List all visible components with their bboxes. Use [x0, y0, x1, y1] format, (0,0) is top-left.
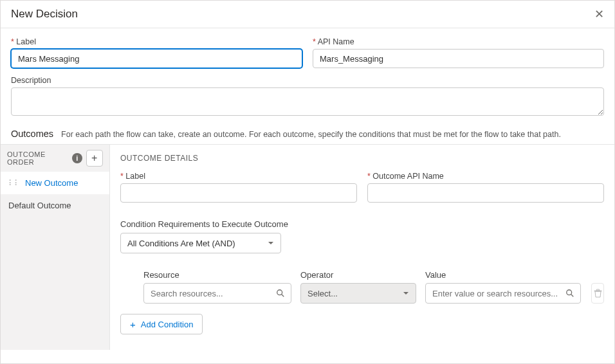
- operator-placeholder: Select...: [308, 289, 338, 298]
- outcome-order-text-1: OUTCOME: [7, 150, 46, 158]
- svg-point-2: [567, 290, 572, 295]
- outcome-details-title: OUTCOME DETAILS: [120, 154, 604, 163]
- trash-icon: [594, 289, 602, 298]
- svg-line-1: [282, 295, 284, 297]
- add-condition-label: Add Condition: [141, 320, 194, 329]
- resource-label: Resource: [143, 270, 291, 280]
- chevron-down-icon: [268, 240, 274, 246]
- add-outcome-button[interactable]: +: [86, 150, 103, 167]
- description-textarea[interactable]: [11, 87, 604, 116]
- outcome-order-text-2: ORDER: [7, 158, 34, 166]
- condition-requirements-select[interactable]: All Conditions Are Met (AND): [120, 233, 281, 253]
- api-name-input[interactable]: [313, 49, 604, 68]
- search-icon: [565, 289, 574, 298]
- chevron-down-icon: [403, 290, 409, 296]
- api-name-label: API Name: [313, 37, 604, 46]
- svg-point-0: [277, 290, 282, 295]
- outcome-order-header: OUTCOME ORDER i +: [1, 145, 109, 172]
- new-decision-modal: New Decision ✕ Label API Name Descriptio…: [0, 0, 615, 364]
- add-condition-button[interactable]: + Add Condition: [120, 314, 203, 334]
- outcome-api-name-input[interactable]: [367, 183, 604, 203]
- sidebar-item-label: Default Outcome: [8, 201, 71, 210]
- search-icon: [276, 289, 285, 298]
- svg-line-3: [571, 295, 574, 297]
- operator-label: Operator: [300, 270, 416, 280]
- value-input[interactable]: [425, 283, 581, 304]
- condition-row: Resource Operator Select...: [120, 270, 604, 304]
- resource-input[interactable]: [143, 283, 291, 304]
- plus-icon: +: [130, 319, 136, 330]
- outcome-label-input[interactable]: [120, 183, 357, 203]
- outcomes-header-strip: Outcomes For each path the flow can take…: [1, 122, 614, 145]
- top-form: Label API Name Description: [1, 28, 614, 122]
- modal-body: OUTCOME ORDER i + ⠇⠇ New Outcome Default…: [1, 145, 614, 350]
- modal-header: New Decision ✕: [1, 1, 614, 28]
- sidebar-item-default-outcome[interactable]: Default Outcome: [1, 194, 109, 217]
- outcomes-title: Outcomes: [11, 129, 53, 139]
- outcome-api-name-label: Outcome API Name: [367, 172, 604, 181]
- description-label: Description: [11, 76, 604, 85]
- outcome-sidebar: OUTCOME ORDER i + ⠇⠇ New Outcome Default…: [1, 145, 110, 350]
- outcomes-help-text: For each path the flow can take, create …: [61, 130, 561, 139]
- value-label: Value: [425, 270, 581, 280]
- condition-requirements-value: All Conditions Are Met (AND): [127, 239, 235, 248]
- outcome-details-panel: OUTCOME DETAILS Label Outcome API Name C…: [110, 145, 614, 350]
- condition-requirements-label: Condition Requirements to Execute Outcom…: [120, 219, 604, 229]
- delete-condition-button[interactable]: [591, 283, 604, 304]
- label-input[interactable]: [11, 49, 302, 68]
- sidebar-item-label: New Outcome: [25, 178, 78, 188]
- operator-select[interactable]: Select...: [300, 283, 416, 304]
- label-field-label: Label: [11, 37, 302, 46]
- outcome-label-label: Label: [120, 172, 357, 181]
- drag-handle-icon[interactable]: ⠇⠇: [8, 179, 20, 187]
- sidebar-item-new-outcome[interactable]: ⠇⠇ New Outcome: [1, 172, 109, 194]
- close-icon[interactable]: ✕: [594, 7, 604, 21]
- modal-title: New Decision: [11, 8, 78, 21]
- info-icon[interactable]: i: [72, 153, 82, 163]
